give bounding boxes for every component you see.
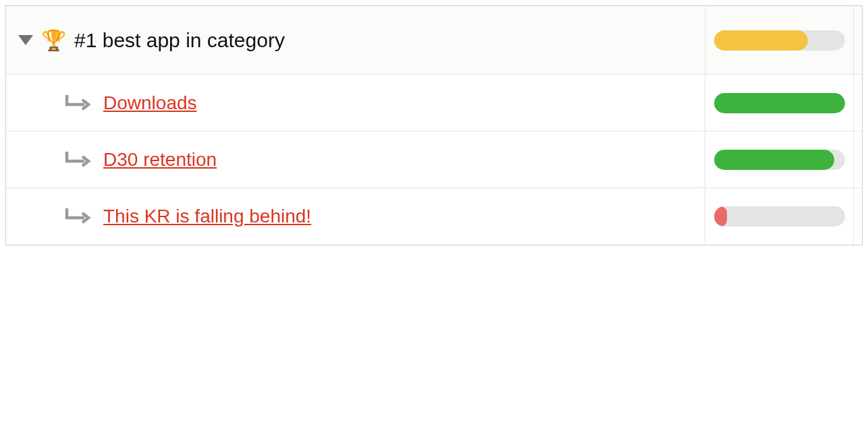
progress-bar	[714, 150, 845, 170]
progress-fill	[714, 206, 727, 227]
progress-bar	[714, 30, 845, 51]
kr-cell: D30 retention	[6, 131, 705, 187]
spacer	[854, 75, 862, 131]
kr-cell: This KR is falling behind!	[6, 188, 705, 245]
okr-table: 🏆 #1 best app in category Downloads	[5, 5, 863, 245]
spacer	[854, 131, 862, 187]
progress-fill	[714, 150, 834, 170]
branch-arrow-icon	[64, 150, 91, 169]
kr-cell: Downloads	[6, 75, 705, 131]
spacer	[854, 6, 862, 74]
kr-progress-cell	[705, 75, 854, 131]
kr-row: D30 retention	[6, 131, 862, 188]
kr-row: This KR is falling behind!	[6, 188, 862, 245]
kr-link[interactable]: D30 retention	[103, 149, 217, 171]
kr-row: Downloads	[6, 75, 862, 131]
expand-toggle-icon[interactable]	[18, 35, 33, 45]
branch-arrow-icon	[64, 207, 91, 226]
progress-fill	[714, 93, 845, 113]
kr-link[interactable]: Downloads	[103, 92, 197, 114]
progress-bar	[714, 206, 845, 227]
trophy-icon: 🏆	[41, 30, 66, 51]
spacer	[854, 188, 862, 245]
branch-arrow-icon	[64, 94, 91, 113]
kr-progress-cell	[705, 131, 854, 187]
objective-row: 🏆 #1 best app in category	[6, 6, 862, 75]
objective-progress-cell	[705, 6, 854, 74]
kr-progress-cell	[705, 188, 854, 245]
progress-bar	[714, 93, 845, 113]
progress-fill	[714, 30, 809, 51]
kr-link[interactable]: This KR is falling behind!	[103, 206, 311, 227]
objective-cell: 🏆 #1 best app in category	[6, 6, 705, 74]
objective-title: #1 best app in category	[74, 29, 285, 52]
